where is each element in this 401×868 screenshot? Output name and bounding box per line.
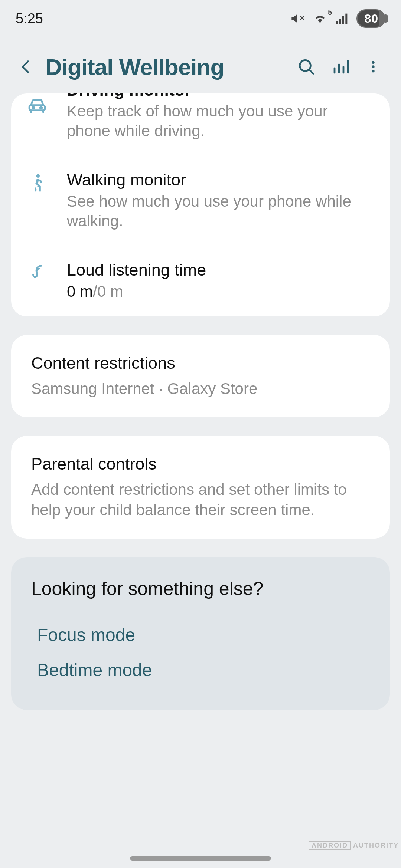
walking-monitor-title: Walking monitor	[67, 170, 375, 190]
svg-point-16	[32, 107, 34, 109]
car-icon	[27, 96, 48, 116]
status-time: 5:25	[16, 11, 43, 27]
suggestion-heading: Looking for something else?	[31, 578, 370, 599]
svg-rect-2	[336, 21, 338, 24]
parental-controls-title: Parental controls	[31, 454, 370, 474]
status-indicators: 5 80	[290, 9, 385, 28]
loud-listening-title: Loud listening time	[67, 260, 375, 280]
driving-monitor-subtitle: Keep track of how much you use your phon…	[67, 102, 375, 141]
suggestion-link-focus-mode[interactable]: Focus mode	[31, 617, 370, 652]
walking-icon	[27, 172, 48, 193]
watermark: ANDROIDAUTHORITY	[309, 841, 399, 850]
battery-indicator: 80	[356, 9, 385, 28]
ear-icon	[27, 263, 47, 282]
status-bar: 5:25 5 80	[0, 0, 401, 37]
loud-listening-value: 0 m/0 m	[67, 282, 375, 302]
more-options-button[interactable]	[356, 52, 390, 82]
svg-point-17	[40, 107, 42, 109]
parental-controls-card[interactable]: Parental controls Add content restrictio…	[11, 436, 390, 539]
gesture-bar[interactable]	[130, 856, 271, 861]
bar-chart-icon	[331, 58, 349, 76]
search-icon	[297, 57, 316, 76]
content-restrictions-title: Content restrictions	[31, 354, 370, 373]
usage-stats-button[interactable]	[323, 52, 356, 82]
svg-point-13	[372, 65, 374, 68]
content-restrictions-card[interactable]: Content restrictions Samsung Internet · …	[11, 335, 390, 418]
wifi-band-label: 5	[328, 8, 332, 17]
svg-point-18	[36, 174, 40, 178]
svg-rect-4	[342, 16, 344, 24]
svg-rect-5	[346, 14, 348, 24]
signal-icon	[335, 11, 350, 26]
driving-monitor-row[interactable]: Driving monitor Keep track of how much y…	[11, 93, 390, 155]
content-restrictions-subtitle: Samsung Internet · Galaxy Store	[31, 379, 370, 399]
wifi-icon: 5	[312, 11, 328, 26]
back-button[interactable]	[11, 52, 41, 82]
parental-controls-subtitle: Add content restrictions and set other l…	[31, 480, 370, 520]
walking-monitor-subtitle: See how much you use your phone while wa…	[67, 192, 375, 231]
svg-point-14	[372, 70, 374, 72]
mute-icon	[290, 11, 305, 26]
chevron-left-icon	[18, 59, 34, 75]
app-header: Digital Wellbeing	[0, 37, 401, 96]
driving-monitor-title-clipped: Driving monitor	[67, 93, 375, 102]
svg-line-7	[309, 70, 313, 74]
suggestion-link-bedtime-mode[interactable]: Bedtime mode	[31, 652, 370, 688]
monitors-card: Driving monitor Keep track of how much y…	[11, 93, 390, 316]
walking-monitor-row[interactable]: Walking monitor See how much you use you…	[11, 155, 390, 246]
search-button[interactable]	[290, 52, 323, 82]
svg-rect-3	[339, 19, 341, 24]
battery-percent: 80	[364, 12, 378, 26]
svg-point-12	[372, 61, 374, 64]
page-title: Digital Wellbeing	[45, 54, 290, 80]
suggestion-card: Looking for something else? Focus mode B…	[11, 557, 390, 710]
more-vertical-icon	[366, 58, 381, 76]
loud-listening-row[interactable]: Loud listening time 0 m/0 m	[11, 246, 390, 316]
